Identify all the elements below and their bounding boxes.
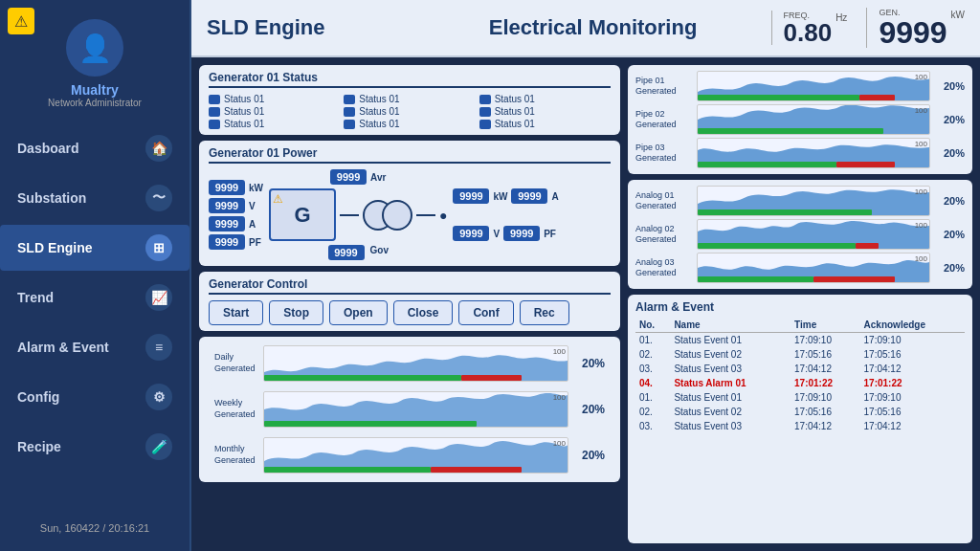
sidebar-label-trend: Trend	[17, 290, 54, 305]
pipe03-bg: 100	[697, 138, 930, 168]
sidebar-item-dashboard[interactable]: Dasboard 🏠	[0, 125, 189, 171]
alarm-row: 03.Status Event 0317:04:1217:04:12	[635, 419, 965, 433]
sidebar-label-alarm: Alarm & Event	[17, 340, 109, 355]
power-right-vals: 9999 kW 9999 A 9999 V 9999 PF	[453, 188, 558, 241]
alarm-row: 01.Status Event 0117:09:1017:09:10	[635, 390, 965, 405]
pipe02-chart: 100	[697, 104, 930, 135]
alarm-cell-ack: 17:04:12	[860, 362, 965, 376]
circle-2	[382, 200, 412, 231]
right-a-unit: A	[551, 191, 558, 202]
analog02-bg: 100	[697, 219, 930, 250]
user-name: Mualtry	[71, 82, 119, 98]
pipe01-pct: 20%	[936, 80, 965, 92]
power-kw-val: 9999	[209, 180, 245, 195]
pipe01-label: Pipe 01 Generated	[635, 76, 691, 97]
close-button[interactable]: Close	[393, 300, 454, 325]
stop-button[interactable]: Stop	[269, 300, 323, 325]
header: SLD Engine Electrical Monitoring FREQ. 0…	[191, 0, 980, 57]
alarm-cell-name: Status Alarm 01	[670, 376, 791, 390]
avr-val: 9999	[330, 169, 367, 185]
monthly-chart-row: Monthly Generated 100 20%	[209, 434, 611, 476]
alarm-cell-time: 17:05:16	[791, 347, 860, 362]
status-dot-4	[209, 107, 220, 117]
sidebar-item-alarm[interactable]: Alarm & Event ≡	[0, 324, 189, 370]
status-dot-8	[344, 120, 355, 129]
right-pf-val: 9999	[503, 226, 540, 241]
main-area: SLD Engine Electrical Monitoring FREQ. 0…	[191, 0, 980, 551]
sidebar-item-sld-engine[interactable]: SLD Engine ⊞	[0, 225, 189, 271]
weekly-label: Weekly Generated	[214, 398, 257, 420]
trend-icon: 📈	[145, 284, 172, 311]
open-button[interactable]: Open	[329, 300, 388, 325]
alarm-cell-time: 17:04:12	[791, 362, 860, 376]
alarm-cell-name: Status Event 02	[670, 405, 791, 419]
alarm-section: Alarm & Event No. Name Time Acknowledge …	[628, 295, 972, 543]
status-item-9: Status 01	[479, 119, 611, 129]
config-icon: ⚙	[145, 384, 172, 410]
right-v-unit: V	[493, 229, 500, 239]
sidebar-label-dashboard: Dasboard	[17, 141, 79, 156]
start-button[interactable]: Start	[209, 300, 263, 325]
analog01-pct: 20%	[936, 195, 965, 207]
weekly-chart: 100	[263, 391, 568, 428]
analog01-green	[698, 209, 872, 215]
power-pf-unit: PF	[249, 237, 261, 248]
sidebar-item-config[interactable]: Config ⚙	[0, 374, 189, 420]
status-dot-2	[344, 95, 355, 104]
right-panel: Pipe 01 Generated 100 20%	[628, 65, 972, 543]
gen-status-title: Generator 01 Status	[209, 71, 611, 88]
right-kw-val: 9999	[453, 188, 489, 204]
content-area: Generator 01 Status Status 01 Status 01 …	[191, 57, 980, 551]
sidebar-item-trend[interactable]: Trend 📈	[0, 275, 189, 320]
power-v-row: 9999 V	[209, 198, 263, 213]
generator-control-card: Generator Control Start Stop Open Close …	[199, 272, 620, 331]
freq-stat: FREQ. 0.80 Hz	[771, 11, 848, 45]
sidebar-label-config: Config	[17, 389, 59, 405]
daily-pct: 20%	[574, 357, 605, 370]
generator-power-card: Generator 01 Power 9999 kW 9999 V	[199, 141, 620, 266]
power-v-unit: V	[249, 201, 256, 211]
alarm-cell-ack: 17:05:16	[860, 405, 965, 419]
monthly-label: Monthly Generated	[214, 444, 257, 466]
alarm-cell-ack: 17:09:10	[860, 333, 965, 348]
analog02-chart: 100	[697, 219, 930, 250]
alarm-cell-name: Status Event 03	[670, 419, 791, 433]
pipe01-row: Pipe 01 Generated 100 20%	[635, 71, 965, 101]
monthly-pct: 20%	[574, 449, 605, 462]
daily-bar-red	[461, 375, 522, 381]
status-item-7: Status 01	[209, 119, 340, 129]
avatar: 👤	[66, 19, 123, 77]
rec-button[interactable]: Rec	[520, 300, 569, 325]
status-dot-1	[209, 95, 220, 104]
alarm-title: Alarm & Event	[635, 300, 965, 314]
alarm-cell-no: 01.	[635, 333, 670, 348]
right-v-val: 9999	[453, 226, 489, 241]
conf-button[interactable]: Conf	[458, 300, 513, 325]
alarm-icon: ≡	[145, 334, 172, 361]
gov-val: 9999	[328, 245, 365, 260]
sidebar-item-recipe[interactable]: Recipe 🧪	[0, 424, 189, 470]
sidebar-label-recipe: Recipe	[17, 439, 61, 454]
alarm-cell-no: 03.	[635, 362, 670, 376]
alarm-cell-time: 17:09:10	[791, 390, 860, 405]
weekly-bar-green	[264, 421, 477, 427]
analog02-pct: 20%	[936, 229, 965, 240]
gen-stat: GEN. 9999 kW	[866, 8, 965, 48]
analog01-chart: 100	[697, 186, 930, 216]
analog02-red	[856, 243, 879, 249]
right-kw-unit: kW	[493, 191, 507, 202]
power-kw-unit: kW	[249, 183, 263, 193]
generator-status-card: Generator 01 Status Status 01 Status 01 …	[199, 65, 620, 135]
power-kw-row: 9999 kW	[209, 180, 263, 195]
analog01-row: Analog 01 Generated 100 20%	[635, 186, 965, 216]
pipe01-chart: 100	[697, 71, 930, 101]
gen-bottom-vals: 9999 Gov	[328, 245, 389, 260]
analog02-green	[698, 243, 856, 249]
pipe02-label: Pipe 02 Generated	[635, 109, 691, 130]
alarm-cell-ack: 17:04:12	[860, 419, 965, 433]
gen-ctrl-title: Generator Control	[209, 277, 611, 295]
alarm-cell-no: 03.	[635, 419, 670, 433]
analog03-red	[813, 276, 895, 282]
power-a-val: 9999	[209, 216, 245, 231]
sidebar-item-substation[interactable]: Substation 〜	[0, 175, 189, 221]
